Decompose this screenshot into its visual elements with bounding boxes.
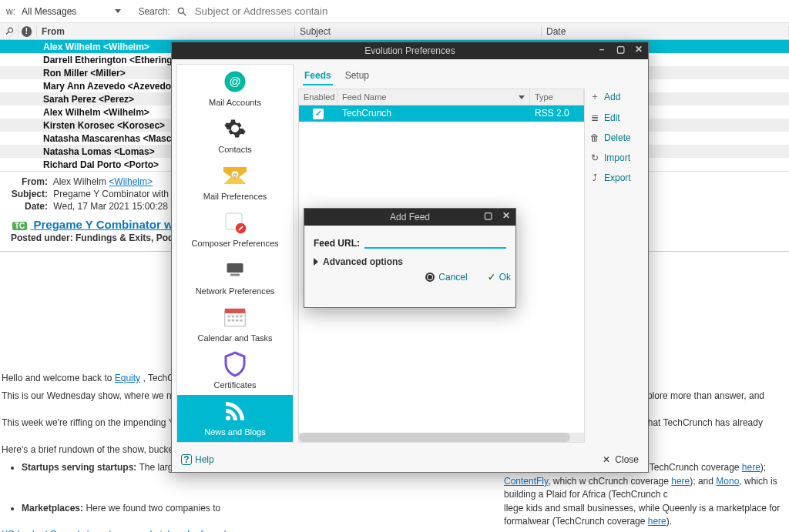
window-titlebar[interactable]: Evolution Preferences – ▢ ✕ (172, 42, 648, 59)
sidebar-item-contacts[interactable]: Contacts (177, 112, 293, 159)
contentfly-link[interactable]: ContentFly (504, 476, 548, 487)
calendar-icon (223, 306, 247, 329)
svg-rect-19 (227, 320, 230, 322)
chevron-down-icon (519, 95, 525, 99)
svg-rect-11 (227, 263, 243, 273)
edit-feed-button[interactable]: ≣Edit (589, 112, 643, 123)
compose-icon (223, 211, 247, 234)
plus-icon: ＋ (589, 90, 600, 103)
svg-rect-20 (232, 320, 235, 322)
search-icon (176, 6, 187, 17)
dialog-titlebar[interactable]: Add Feed ▢ ✕ (304, 209, 515, 226)
at-icon: @ (223, 70, 247, 93)
trash-icon: 🗑 (589, 132, 600, 143)
search-input[interactable] (193, 5, 783, 18)
info-icon: ! (22, 26, 32, 37)
maximize-button[interactable]: ▢ (614, 44, 626, 55)
svg-line-1 (183, 12, 186, 15)
check-icon: ✓ (488, 272, 495, 283)
advanced-options-toggle[interactable]: Advanced options (314, 256, 506, 267)
feed-url-input[interactable] (364, 233, 506, 249)
add-feed-dialog: Add Feed ▢ ✕ Feed URL: Advanced options … (304, 208, 516, 308)
from-value: Alex Wilhelm (53, 176, 109, 187)
chevron-down-icon (115, 9, 121, 13)
svg-rect-13 (225, 311, 245, 326)
help-icon: ? (181, 454, 192, 465)
export-icon: ⤴ (589, 172, 600, 183)
sidebar-item-network-preferences[interactable]: Network Preferences (177, 253, 293, 300)
date-column-header[interactable]: Date (542, 26, 789, 37)
tab-feeds[interactable]: Feeds (303, 67, 333, 85)
equity-link[interactable]: Equity (115, 373, 140, 383)
add-feed-button[interactable]: ＋Add (589, 90, 643, 103)
maximize-button[interactable]: ▢ (482, 210, 494, 221)
list-item: Marketplaces: Here we found two companie… (22, 502, 781, 515)
import-feed-button[interactable]: ↻Import (589, 152, 643, 163)
rss-icon (223, 400, 247, 423)
posted-under-label: Posted under: (11, 233, 76, 243)
subject-label: Subject: (11, 189, 48, 199)
svg-text:@: @ (229, 75, 240, 88)
from-link[interactable]: <Wilhelm> (109, 176, 153, 187)
export-feed-button[interactable]: ⤴Export (589, 172, 643, 183)
sidebar-item-mail-preferences[interactable]: @ Mail Preferences (177, 159, 293, 206)
view-value: All Messages (22, 6, 76, 17)
gear-icon (223, 117, 247, 140)
import-icon: ↻ (589, 152, 600, 163)
from-column-header[interactable]: From (37, 26, 295, 37)
view-label: w: (6, 6, 15, 17)
queenly-link[interactable]: YC-backed Queenly launches a marketplace… (2, 529, 246, 532)
message-list-header: ⚲ ! From Subject Date (0, 23, 789, 40)
attachment-column-header[interactable]: ⚲ (0, 25, 18, 37)
coverage-link[interactable]: here (648, 516, 666, 527)
svg-text:@: @ (233, 172, 238, 178)
sidebar-item-news-blogs[interactable]: News and Blogs (177, 395, 293, 442)
ok-button[interactable]: ✓ Ok (488, 272, 511, 283)
close-window-button[interactable]: ✕ (633, 44, 645, 55)
col-feed-name[interactable]: Feed Name (337, 89, 530, 105)
feed-row[interactable]: ✓ TechCrunch RSS 2.0 (299, 105, 584, 122)
coverage-link[interactable]: here (671, 476, 690, 487)
tab-setup[interactable]: Setup (344, 67, 371, 85)
col-type[interactable]: Type (530, 89, 584, 105)
close-button[interactable]: ✕ Close (603, 454, 639, 465)
window-title: Evolution Preferences (364, 45, 455, 56)
prefs-sidebar: @ Mail Accounts Contacts @ Mail Preferen… (176, 64, 294, 443)
subject-column-header[interactable]: Subject (295, 26, 542, 37)
view-dropdown[interactable]: All Messages (22, 6, 121, 17)
shield-icon (223, 353, 247, 376)
feed-name: TechCrunch (337, 105, 530, 121)
sidebar-item-composer-preferences[interactable]: Composer Preferences (177, 206, 293, 253)
search-label: Search: (138, 6, 170, 17)
help-button[interactable]: ? Help (181, 454, 214, 465)
feed-enabled-checkbox[interactable]: ✓ (313, 109, 324, 119)
close-dialog-button[interactable]: ✕ (500, 210, 512, 221)
cancel-icon (425, 273, 435, 282)
cancel-button[interactable]: Cancel (425, 272, 467, 283)
feed-type: RSS 2.0 (530, 105, 584, 121)
chevron-right-icon (314, 258, 318, 266)
svg-rect-16 (232, 315, 235, 317)
sidebar-item-certificates[interactable]: Certificates (177, 348, 293, 395)
sidebar-item-calendar-tasks[interactable]: Calendar and Tasks (177, 300, 293, 347)
coverage-link[interactable]: here (742, 462, 760, 473)
minimize-button[interactable]: – (596, 44, 608, 55)
feed-tabs: Feeds Setup (298, 64, 643, 85)
col-enabled[interactable]: Enabled (299, 89, 337, 105)
from-label: From: (11, 176, 48, 187)
paperclip-icon: ⚲ (3, 24, 17, 38)
list-icon: ≣ (589, 112, 600, 123)
dialog-title: Add Feed (390, 212, 430, 223)
mono-link[interactable]: Mono (716, 476, 739, 487)
horizontal-scrollbar[interactable] (299, 433, 584, 442)
source-badge: TC (12, 222, 27, 230)
sidebar-item-mail-accounts[interactable]: @ Mail Accounts (177, 65, 293, 112)
feed-table-header: Enabled Feed Name Type (299, 89, 584, 105)
svg-rect-18 (240, 315, 243, 317)
delete-feed-button[interactable]: 🗑Delete (589, 132, 643, 143)
feed-actions: ＋Add ≣Edit 🗑Delete ↻Import ⤴Export (589, 89, 643, 443)
important-column-header[interactable]: ! (18, 25, 37, 37)
svg-rect-22 (240, 320, 243, 322)
feed-url-label: Feed URL: (314, 238, 360, 249)
svg-rect-17 (236, 315, 239, 317)
